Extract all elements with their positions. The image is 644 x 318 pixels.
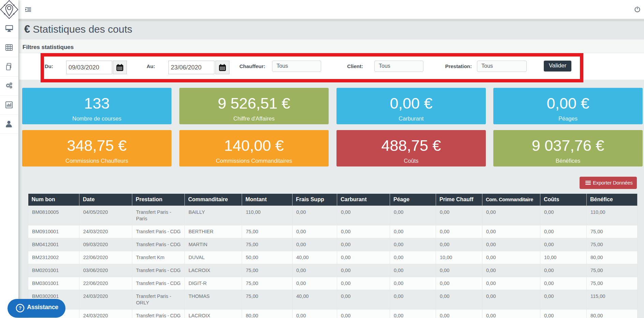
svg-text:?: ? — [19, 305, 22, 311]
